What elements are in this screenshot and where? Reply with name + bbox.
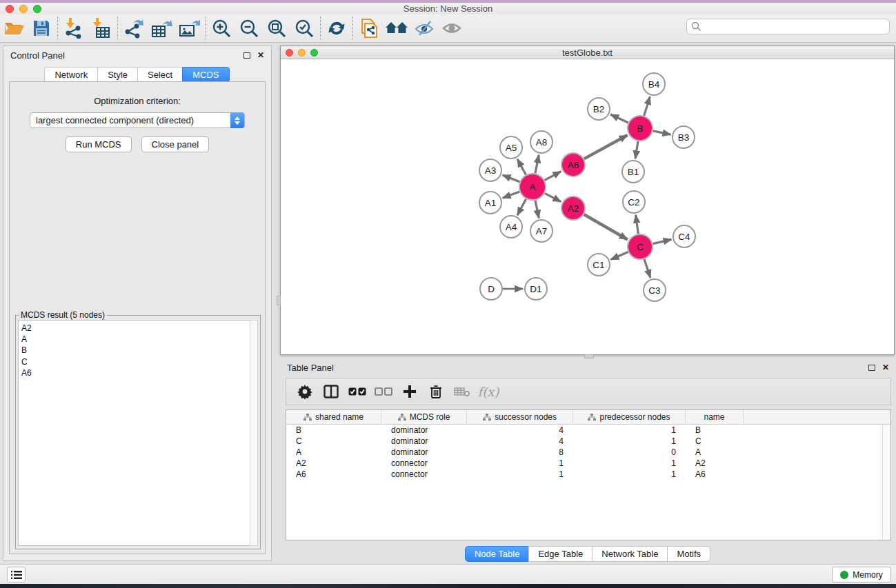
cell-MCDS-role[interactable]: dominator	[381, 447, 467, 457]
column-header-MCDS-role[interactable]: MCDS role	[381, 410, 467, 424]
graph-edge-B-B1[interactable]	[635, 141, 638, 159]
float-panel-icon[interactable]	[243, 52, 250, 59]
graph-edge-B-B2[interactable]	[610, 114, 628, 123]
import-table-button[interactable]	[88, 16, 115, 41]
search-input[interactable]	[701, 21, 889, 33]
graph-edge-A-A1[interactable]	[503, 192, 520, 198]
zoom-fit-button[interactable]	[263, 16, 290, 41]
table-row[interactable]: Cdominator41C	[286, 436, 890, 447]
tab-motifs[interactable]: Motifs	[667, 546, 710, 562]
column-header-shared-name[interactable]: shared name	[286, 410, 381, 424]
graph-node-B3[interactable]: B3	[673, 126, 695, 148]
float-table-panel-icon[interactable]	[868, 365, 875, 371]
mcds-result-item[interactable]: A2	[21, 323, 250, 334]
export-image-button[interactable]	[175, 16, 203, 41]
cell-shared-name[interactable]: C	[286, 436, 381, 446]
graph-node-A[interactable]: A	[519, 174, 546, 200]
network-canvas[interactable]: B4B2BB3A5A8A6A3B1AA1C2A2A4A7CC4C1C3DD1	[281, 60, 894, 354]
graph-edge-A-A7[interactable]	[535, 201, 539, 219]
cell-successor-nodes[interactable]: 1	[467, 469, 573, 479]
graph-node-B2[interactable]: B2	[588, 98, 610, 120]
tab-edge-table[interactable]: Edge Table	[528, 546, 593, 562]
graph-edge-C-C4[interactable]	[653, 239, 671, 243]
mcds-result-scrollbar[interactable]	[250, 320, 258, 546]
graph-edge-A-A4[interactable]	[517, 199, 526, 216]
open-file-button[interactable]	[0, 16, 28, 41]
graph-edge-B-B3[interactable]	[653, 131, 671, 134]
cell-shared-name[interactable]: A	[286, 447, 381, 457]
cell-predecessor-nodes[interactable]: 0	[573, 447, 686, 457]
table-row[interactable]: A2connector11A2	[286, 458, 890, 469]
tab-network[interactable]: Network	[44, 67, 98, 83]
tab-select[interactable]: Select	[137, 67, 183, 83]
graph-node-A5[interactable]: A5	[500, 136, 522, 159]
graph-node-B1[interactable]: B1	[622, 161, 644, 183]
network-from-clipboard-button[interactable]	[355, 16, 383, 41]
save-session-button[interactable]	[28, 16, 55, 41]
cell-predecessor-nodes[interactable]: 1	[573, 469, 686, 479]
zoom-out-button[interactable]	[235, 16, 263, 41]
graph-edge-A-A2[interactable]	[545, 193, 561, 201]
graph-node-A6[interactable]: A6	[561, 153, 585, 176]
import-network-button[interactable]	[60, 16, 88, 41]
cell-MCDS-role[interactable]: dominator	[381, 436, 467, 446]
cell-name[interactable]: B	[686, 425, 744, 435]
cell-MCDS-role[interactable]: connector	[381, 458, 467, 468]
cell-name[interactable]: A	[686, 447, 744, 457]
column-header-name[interactable]: name	[686, 410, 744, 424]
home-button[interactable]	[383, 16, 410, 41]
mcds-result-list[interactable]: A2ABCA6	[18, 320, 250, 546]
graph-node-A3[interactable]: A3	[479, 159, 501, 181]
graph-node-A7[interactable]: A7	[530, 220, 552, 242]
cell-MCDS-role[interactable]: connector	[381, 469, 467, 479]
delete-table-button[interactable]	[449, 386, 475, 397]
graph-node-B[interactable]: B	[628, 116, 653, 141]
graph-node-C[interactable]: C	[628, 234, 653, 259]
graph-node-C4[interactable]: C4	[673, 225, 695, 247]
mcds-result-item[interactable]: C	[21, 356, 250, 367]
graph-node-A8[interactable]: A8	[530, 131, 552, 153]
network-window-titlebar[interactable]: testGlobe.txt	[281, 46, 894, 59]
table-row[interactable]: Bdominator41B	[286, 425, 890, 436]
tab-node-table[interactable]: Node Table	[465, 546, 530, 562]
function-builder-button[interactable]: f(x)	[475, 385, 501, 399]
cell-MCDS-role[interactable]: dominator	[381, 425, 467, 435]
cell-predecessor-nodes[interactable]: 1	[573, 436, 686, 446]
graph-node-B4[interactable]: B4	[643, 73, 665, 95]
graph-edge-C-C3[interactable]	[644, 259, 650, 278]
hide-graphics-details-button[interactable]	[410, 16, 438, 41]
graph-edge-C-C2[interactable]	[636, 215, 639, 234]
graph-node-A1[interactable]: A1	[479, 192, 501, 214]
zoom-selected-button[interactable]	[290, 16, 318, 41]
cell-successor-nodes[interactable]: 1	[467, 458, 573, 468]
close-panel-icon[interactable]: ✕	[257, 50, 264, 60]
graph-edge-B-B4[interactable]	[644, 97, 650, 116]
export-table-button[interactable]	[148, 16, 175, 41]
tab-network-table[interactable]: Network Table	[592, 546, 668, 562]
graph-node-A4[interactable]: A4	[500, 216, 522, 238]
graph-edge-A6-B[interactable]	[584, 135, 628, 159]
cell-shared-name[interactable]: A2	[286, 458, 381, 468]
show-graphics-details-button[interactable]	[438, 16, 466, 41]
mcds-result-item[interactable]: B	[21, 345, 250, 356]
graph-edge-A2-C[interactable]	[584, 214, 628, 240]
column-header-predecessor-nodes[interactable]: predecessor nodes	[573, 410, 686, 424]
cell-shared-name[interactable]: A6	[286, 469, 381, 479]
graph-edge-A-A5[interactable]	[517, 159, 526, 175]
graph-node-D1[interactable]: D1	[525, 278, 547, 300]
graph-edge-A-A8[interactable]	[535, 155, 539, 174]
graph-node-C1[interactable]: C1	[588, 254, 610, 276]
delete-column-button[interactable]	[423, 385, 449, 399]
memory-button[interactable]: Memory	[832, 567, 891, 582]
cell-predecessor-nodes[interactable]: 1	[573, 458, 686, 468]
search-field[interactable]	[686, 19, 890, 34]
graph-edge-C-C1[interactable]	[610, 252, 628, 260]
refresh-view-button[interactable]	[323, 16, 350, 41]
export-network-button[interactable]	[120, 16, 148, 41]
table-row[interactable]: Adominator80A	[286, 447, 890, 458]
tab-mcds[interactable]: MCDS	[182, 67, 229, 83]
graph-edge-A-A6[interactable]	[545, 172, 561, 181]
vertical-splitter-grip[interactable]	[277, 296, 281, 305]
mcds-result-item[interactable]: A	[21, 334, 250, 345]
graph-node-C2[interactable]: C2	[623, 191, 645, 213]
